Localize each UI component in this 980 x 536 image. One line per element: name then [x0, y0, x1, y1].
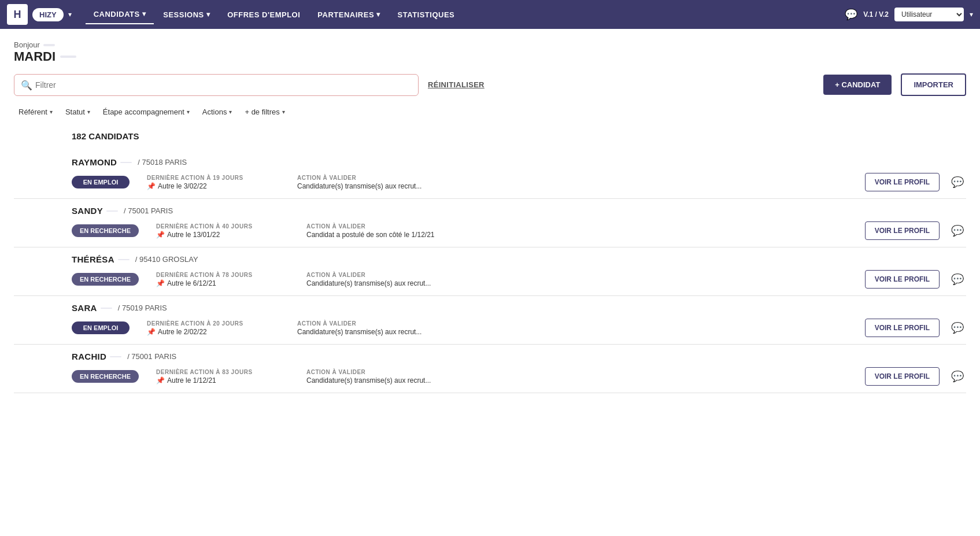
add-candidat-button[interactable]: + CANDIDAT	[823, 75, 892, 95]
candidate-details-row: EN EMPLOI DERNIÈRE ACTION À 20 JOURS 📌 A…	[72, 319, 966, 337]
candidate-details-row: EN RECHERCHE DERNIÈRE ACTION À 78 JOURS …	[72, 270, 966, 289]
candidate-card: SANDY / 75001 PARIS EN RECHERCHE DERNIÈR…	[14, 199, 966, 247]
action-validate: ACTION À VALIDER Candidat a postulé de s…	[306, 223, 468, 239]
candidate-location: / 75019 PARIS	[118, 304, 167, 312]
candidate-first-name: RAYMOND	[72, 157, 117, 167]
voir-profil-button[interactable]: VOIR LE PROFIL	[865, 173, 940, 191]
action-last-value: 📌 Autre le 3/02/22	[147, 182, 274, 190]
nav-version: V.1 / V.2	[863, 10, 889, 19]
candidate-card: RACHID / 75001 PARIS EN RECHERCHE DERNIÈ…	[14, 345, 966, 393]
candidate-first-name: THÉRÉSA	[72, 254, 114, 264]
nav-item-offres[interactable]: OFFRES D'EMPLOI	[219, 6, 308, 24]
nav-candidats-dropdown-icon: ▾	[142, 10, 146, 18]
candidate-location: / 75001 PARIS	[127, 352, 176, 361]
candidate-location: / 75001 PARIS	[124, 206, 173, 215]
action-validate-value: Candidature(s) transmise(s) aux recrut..…	[297, 182, 459, 190]
filter-referent[interactable]: Référent ▾	[14, 104, 57, 120]
candidate-first-name: RACHID	[72, 352, 106, 361]
nav-item-statistiques[interactable]: STATISTIQUES	[390, 6, 463, 24]
action-validate-value: Candidature(s) transmise(s) aux recrut..…	[306, 376, 468, 385]
search-bar-row: 🔍 RÉINITIALISER + CANDIDAT IMPORTER	[14, 73, 966, 96]
nav-sessions-dropdown-icon: ▾	[206, 10, 210, 19]
action-validate-label: ACTION À VALIDER	[297, 320, 459, 327]
main-content: Bonjour MARDI 🔍 RÉINITIALISER + CANDIDAT…	[0, 29, 980, 536]
candidate-name-row: RACHID / 75001 PARIS	[72, 352, 966, 361]
candidate-last-name-pill	[106, 210, 118, 212]
pin-icon: 📌	[147, 328, 156, 336]
nav-version-text: V.1 / V.2	[863, 10, 889, 19]
search-container: 🔍	[14, 74, 419, 96]
voir-profil-button[interactable]: VOIR LE PROFIL	[865, 319, 940, 337]
pin-icon: 📌	[156, 231, 165, 239]
voir-profil-button[interactable]: VOIR LE PROFIL	[865, 367, 940, 386]
candidate-location: / 95410 GROSLAY	[135, 255, 198, 264]
status-badge: EN RECHERCHE	[72, 273, 139, 286]
candidate-card: SARA / 75019 PARIS EN EMPLOI DERNIÈRE AC…	[14, 296, 966, 345]
action-last-value: 📌 Autre le 6/12/21	[156, 279, 283, 287]
filter-statut[interactable]: Statut ▾	[61, 104, 95, 120]
filter-more[interactable]: + de filtres ▾	[240, 104, 289, 120]
candidate-name-row: RAYMOND / 75018 PARIS	[72, 157, 966, 167]
candidate-chat-icon[interactable]: 💬	[949, 368, 966, 385]
voir-profil-button[interactable]: VOIR LE PROFIL	[865, 221, 940, 240]
search-icon: 🔍	[21, 79, 32, 90]
candidate-chat-icon[interactable]: 💬	[949, 222, 966, 239]
action-info: DERNIÈRE ACTION À 40 JOURS 📌 Autre le 13…	[156, 223, 283, 239]
status-badge: EN RECHERCHE	[72, 370, 139, 383]
greeting-name-pill	[43, 44, 55, 46]
action-last-label: DERNIÈRE ACTION À 19 JOURS	[147, 175, 274, 181]
action-last-value: 📌 Autre le 2/02/22	[147, 328, 274, 336]
filter-etape[interactable]: Étape accompagnement ▾	[98, 104, 194, 120]
referent-dropdown-icon: ▾	[50, 109, 53, 115]
action-validate: ACTION À VALIDER Candidature(s) transmis…	[297, 175, 459, 190]
nav-menu: CANDIDATS ▾ SESSIONS ▾ OFFRES D'EMPLOI P…	[86, 5, 463, 24]
nav-user-select[interactable]: Utilisateur	[894, 8, 964, 21]
greeting-day-pill	[60, 56, 76, 58]
candidate-last-name-pill	[118, 259, 130, 260]
filter-actions[interactable]: Actions ▾	[198, 104, 237, 120]
action-last-text: Autre le 2/02/22	[158, 328, 207, 336]
nav-brand-dropdown-icon[interactable]: ▾	[68, 10, 72, 19]
status-badge: EN RECHERCHE	[72, 224, 139, 237]
action-last-label: DERNIÈRE ACTION À 78 JOURS	[156, 272, 283, 278]
action-validate: ACTION À VALIDER Candidature(s) transmis…	[306, 272, 468, 287]
action-last-text: Autre le 13/01/22	[167, 231, 220, 239]
greeting: Bonjour MARDI	[14, 40, 966, 64]
action-info: DERNIÈRE ACTION À 19 JOURS 📌 Autre le 3/…	[147, 175, 274, 190]
candidate-chat-icon[interactable]: 💬	[949, 173, 966, 191]
action-validate-value: Candidature(s) transmise(s) aux recrut..…	[297, 328, 459, 336]
status-badge: EN EMPLOI	[72, 321, 130, 334]
status-badge: EN EMPLOI	[72, 176, 130, 188]
action-info: DERNIÈRE ACTION À 83 JOURS 📌 Autre le 1/…	[156, 369, 283, 385]
action-last-label: DERNIÈRE ACTION À 20 JOURS	[147, 320, 274, 327]
candidate-location: / 75018 PARIS	[138, 158, 187, 167]
nav-brand[interactable]: HIZY	[32, 8, 64, 21]
nav-item-candidats[interactable]: CANDIDATS ▾	[86, 5, 154, 24]
nav-item-sessions[interactable]: SESSIONS ▾	[155, 6, 218, 24]
greeting-day-row: MARDI	[14, 49, 966, 64]
importer-button[interactable]: IMPORTER	[901, 73, 966, 96]
action-last-text: Autre le 1/12/21	[167, 376, 216, 385]
candidate-chat-icon[interactable]: 💬	[949, 319, 966, 337]
candidate-list: RAYMOND / 75018 PARIS EN EMPLOI DERNIÈRE…	[14, 150, 966, 393]
action-last-value: 📌 Autre le 13/01/22	[156, 231, 283, 239]
search-input[interactable]	[14, 74, 419, 96]
nav-item-partenaires[interactable]: PARTENAIRES ▾	[309, 6, 388, 24]
candidate-first-name: SANDY	[72, 206, 103, 216]
candidate-details-row: EN RECHERCHE DERNIÈRE ACTION À 83 JOURS …	[72, 367, 966, 386]
action-last-text: Autre le 6/12/21	[167, 279, 216, 287]
chat-icon[interactable]: 💬	[845, 8, 857, 21]
candidate-chat-icon[interactable]: 💬	[949, 271, 966, 288]
action-validate: ACTION À VALIDER Candidature(s) transmis…	[297, 320, 459, 336]
etape-dropdown-icon: ▾	[187, 109, 190, 115]
nav-partenaires-dropdown-icon: ▾	[376, 10, 380, 19]
filter-row: Référent ▾ Statut ▾ Étape accompagnement…	[14, 104, 966, 120]
reinit-link[interactable]: RÉINITIALISER	[428, 80, 485, 89]
action-validate-value: Candidat a postulé de son côté le 1/12/2…	[306, 231, 468, 239]
voir-profil-button[interactable]: VOIR LE PROFIL	[865, 270, 940, 289]
nav-user-dropdown-icon[interactable]: ▾	[970, 10, 973, 19]
candidate-last-name-pill	[120, 162, 132, 163]
candidate-details-row: EN EMPLOI DERNIÈRE ACTION À 19 JOURS 📌 A…	[72, 173, 966, 191]
candidate-name-row: SANDY / 75001 PARIS	[72, 206, 966, 216]
action-validate: ACTION À VALIDER Candidature(s) transmis…	[306, 369, 468, 385]
